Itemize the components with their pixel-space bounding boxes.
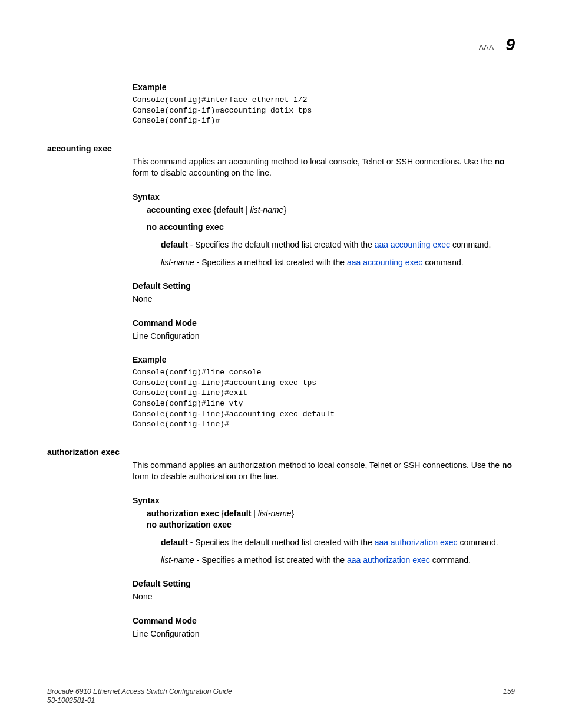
footer-page-number: 159: [503, 687, 515, 706]
default-setting-heading: Default Setting: [133, 579, 515, 588]
chapter-number: 9: [505, 35, 515, 54]
command-description: This command applies an accounting metho…: [133, 156, 515, 179]
command-mode-value: Line Configuration: [133, 628, 515, 640]
footer-doc-number: 53-1002581-01: [47, 696, 232, 706]
command-title-authorization-exec: authorization exec: [47, 447, 515, 457]
example-heading: Example: [133, 355, 515, 364]
command-description: This command applies an authorization me…: [133, 460, 515, 483]
cross-reference-link[interactable]: aaa accounting exec: [375, 240, 450, 249]
option-description: list-name - Specifies a method list crea…: [161, 555, 515, 566]
header-section-label: AAA: [478, 43, 494, 52]
default-setting-value: None: [133, 591, 515, 603]
default-setting-value: None: [133, 294, 515, 305]
footer-doc-title: Brocade 6910 Ethernet Access Switch Conf…: [47, 687, 232, 697]
option-description: default - Specifies the default method l…: [161, 239, 515, 251]
command-mode-heading: Command Mode: [133, 616, 515, 625]
page-header: AAA 9: [478, 35, 515, 54]
command-mode-value: Line Configuration: [133, 331, 515, 342]
page-footer: Brocade 6910 Ethernet Access Switch Conf…: [47, 687, 515, 706]
code-block: Console(config)#line console Console(con…: [133, 367, 515, 429]
syntax-line: no accounting exec: [147, 222, 515, 233]
syntax-line: authorization exec {default | list-name}…: [147, 508, 515, 531]
cross-reference-link[interactable]: aaa authorization exec: [375, 538, 458, 547]
code-block: Console(config)#interface ethernet 1/2 C…: [133, 95, 515, 126]
default-setting-heading: Default Setting: [133, 281, 515, 291]
example-heading: Example: [133, 83, 515, 92]
syntax-line: accounting exec {default | list-name}: [147, 205, 515, 216]
option-description: list-name - Specifies a method list crea…: [161, 257, 515, 269]
command-title-accounting-exec: accounting exec: [47, 144, 515, 153]
syntax-heading: Syntax: [133, 192, 515, 202]
syntax-heading: Syntax: [133, 496, 515, 505]
cross-reference-link[interactable]: aaa authorization exec: [347, 555, 430, 565]
command-mode-heading: Command Mode: [133, 318, 515, 328]
option-description: default - Specifies the default method l…: [161, 537, 515, 549]
cross-reference-link[interactable]: aaa accounting exec: [347, 258, 422, 267]
